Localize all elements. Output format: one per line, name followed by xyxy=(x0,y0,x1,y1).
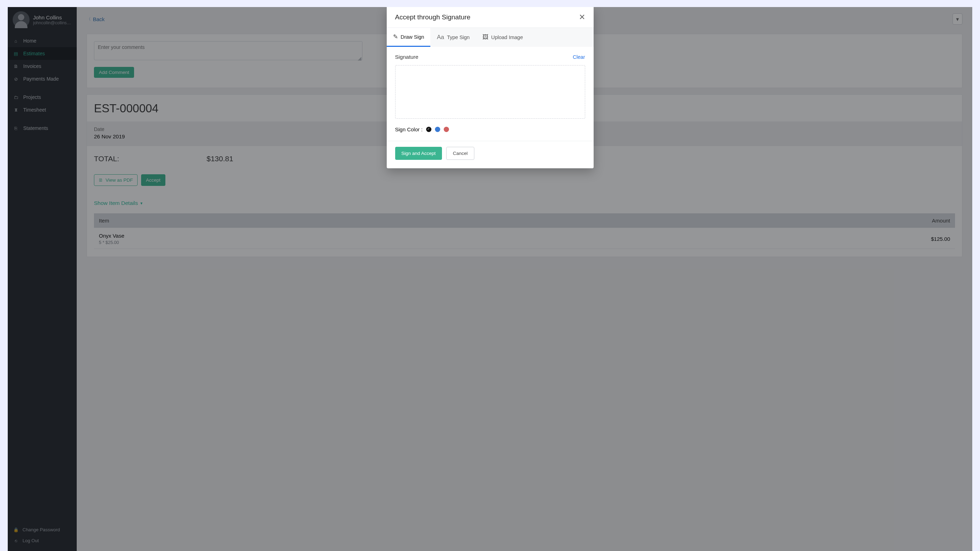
color-black[interactable] xyxy=(426,127,431,132)
color-red[interactable] xyxy=(444,127,449,132)
cancel-button[interactable]: Cancel xyxy=(446,147,474,160)
sign-and-accept-button[interactable]: Sign and Accept xyxy=(395,147,442,160)
sign-color-label: Sign Color : xyxy=(395,126,423,132)
signature-label: Signature xyxy=(395,54,418,60)
tab-upload-image-label: Upload Image xyxy=(491,35,523,40)
image-icon: 🖼 xyxy=(482,34,488,41)
tab-type-sign[interactable]: Aa Type Sign xyxy=(430,28,476,47)
text-icon: Aa xyxy=(437,34,444,41)
tab-type-sign-label: Type Sign xyxy=(447,35,470,40)
tab-draw-sign[interactable]: ✎ Draw Sign xyxy=(387,28,431,47)
clear-signature[interactable]: Clear xyxy=(573,54,585,60)
close-button[interactable]: ✕ xyxy=(579,13,585,21)
modal-overlay: Accept through Signature ✕ ✎ Draw Sign A… xyxy=(8,7,972,551)
signature-modal: Accept through Signature ✕ ✎ Draw Sign A… xyxy=(387,7,593,168)
tab-draw-sign-label: Draw Sign xyxy=(401,34,424,40)
close-icon: ✕ xyxy=(579,13,585,21)
color-blue[interactable] xyxy=(435,127,440,132)
modal-title: Accept through Signature xyxy=(395,13,471,21)
tab-upload-image[interactable]: 🖼 Upload Image xyxy=(476,28,529,47)
pen-icon: ✎ xyxy=(393,33,398,40)
signature-pad[interactable] xyxy=(395,65,585,119)
